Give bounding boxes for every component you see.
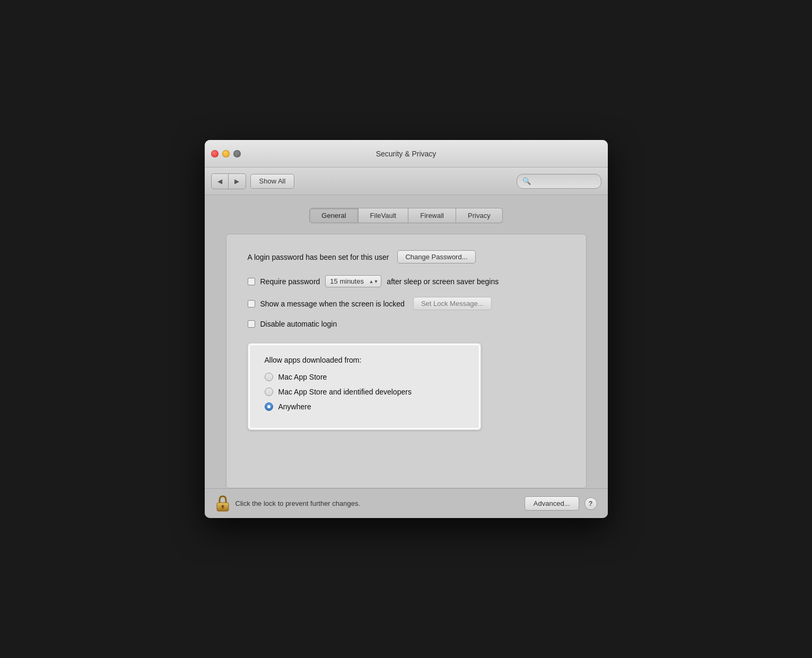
set-lock-message-button[interactable]: Set Lock Message... (413, 297, 492, 310)
search-box: 🔍 (517, 174, 601, 189)
lock-icon (215, 495, 230, 513)
radio-mac-app-store-dev[interactable]: Mac App Store and identified developers (265, 388, 464, 396)
minimize-button[interactable] (222, 150, 230, 157)
footer-right: Advanced... ? (525, 496, 597, 511)
forward-button[interactable]: ▶ (229, 174, 246, 189)
content-area: General FileVault Firewall Privacy A log… (205, 195, 608, 488)
password-row: A login password has been set for this u… (248, 250, 565, 264)
show-message-label: Show a message when the screen is locked (260, 300, 405, 308)
tab-general[interactable]: General (309, 208, 358, 223)
show-all-button[interactable]: Show All (250, 174, 295, 189)
toolbar: ◀ ▶ Show All 🔍 (205, 168, 608, 195)
disable-autologin-checkbox[interactable] (248, 320, 255, 328)
disable-autologin-label: Disable automatic login (260, 320, 337, 328)
tab-firewall[interactable]: Firewall (408, 208, 456, 223)
nav-buttons: ◀ ▶ (211, 173, 246, 189)
window-title: Security & Privacy (376, 150, 436, 158)
zoom-button[interactable] (233, 150, 241, 157)
general-panel: A login password has been set for this u… (226, 234, 587, 488)
titlebar: Security & Privacy (205, 140, 608, 168)
svg-rect-2 (222, 507, 223, 509)
close-button[interactable] (211, 150, 219, 157)
disable-autologin-row: Disable automatic login (248, 320, 565, 328)
footer: Click the lock to prevent further change… (205, 488, 608, 518)
radio-anywhere[interactable]: Anywhere (265, 402, 464, 411)
show-message-checkbox[interactable] (248, 300, 255, 308)
show-message-row: Show a message when the screen is locked… (248, 297, 565, 310)
lock-area[interactable]: Click the lock to prevent further change… (215, 495, 361, 513)
require-password-label: Require password (260, 277, 320, 286)
radio-mac-app-store-dev-button[interactable] (265, 388, 273, 396)
radio-mac-app-store-label: Mac App Store (278, 373, 327, 381)
password-timeout-dropdown-wrapper: 15 minutes immediately 5 seconds 1 minut… (325, 275, 381, 287)
tab-filevault[interactable]: FileVault (359, 208, 409, 223)
security-privacy-window: Security & Privacy ◀ ▶ Show All 🔍 Genera… (205, 140, 608, 518)
radio-mac-app-store-button[interactable] (265, 373, 273, 381)
require-password-row: Require password 15 minutes immediately … (248, 275, 565, 287)
search-icon: 🔍 (522, 177, 531, 185)
advanced-button[interactable]: Advanced... (525, 496, 579, 511)
tab-privacy[interactable]: Privacy (456, 208, 503, 223)
gatekeeper-title: Allow apps downloaded from: (265, 356, 464, 364)
gatekeeper-box: Allow apps downloaded from: Mac App Stor… (248, 343, 481, 430)
lock-text: Click the lock to prevent further change… (235, 499, 361, 507)
back-button[interactable]: ◀ (212, 174, 229, 189)
radio-anywhere-label: Anywhere (278, 402, 311, 411)
radio-mac-app-store-dev-label: Mac App Store and identified developers (278, 388, 412, 396)
password-label: A login password has been set for this u… (248, 253, 389, 261)
search-input[interactable] (534, 177, 596, 185)
help-button[interactable]: ? (584, 497, 597, 510)
radio-anywhere-button[interactable] (265, 402, 273, 411)
password-timeout-dropdown[interactable]: 15 minutes immediately 5 seconds 1 minut… (325, 275, 381, 287)
radio-mac-app-store[interactable]: Mac App Store (265, 373, 464, 381)
tab-bar: General FileVault Firewall Privacy (226, 208, 587, 223)
require-password-checkbox[interactable] (248, 278, 255, 285)
change-password-button[interactable]: Change Password... (397, 250, 475, 264)
require-password-suffix: after sleep or screen saver begins (387, 277, 499, 286)
traffic-lights (211, 150, 241, 157)
